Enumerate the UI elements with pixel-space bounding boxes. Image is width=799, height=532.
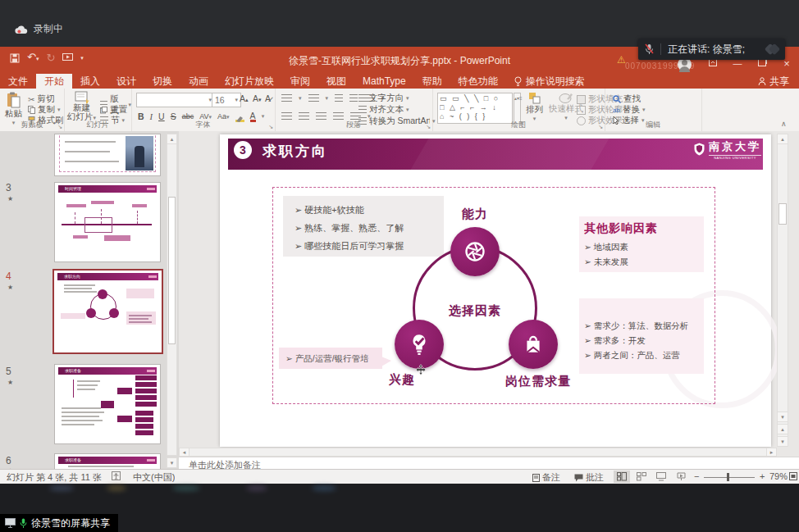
new-slide-button[interactable]: 新建 幻灯片▾ xyxy=(67,91,96,122)
group-drawing: ▭ ▭ ╲ ╲ □ ○ □ △ ⌐ ⌐ → ↓ ⌂ ~ ( ) { } ▴▾≡ … xyxy=(432,89,605,131)
font-size-combo[interactable]: 16▾ xyxy=(212,93,241,107)
tab-slideshow[interactable]: 幻灯片放映 xyxy=(217,74,282,89)
zoom-slider[interactable] xyxy=(704,477,755,478)
slide-counter[interactable]: 幻灯片 第 4 张, 共 11 张 xyxy=(7,471,102,484)
editor-scroll-right-icon[interactable]: ▸ xyxy=(766,448,777,457)
align-text-button[interactable]: 对齐文本▾ xyxy=(358,104,409,116)
callout-textbox[interactable]: ➢ 产品/运营/银行管培 xyxy=(279,348,382,369)
zoom-out-button[interactable]: − xyxy=(694,471,699,481)
slide-5-number: 5 xyxy=(6,366,21,377)
thumbnail-slide-3[interactable]: 时间管理 xyxy=(54,182,161,262)
demand-textbox[interactable]: ➢ 需求少：算法、数据分析 ➢ 需求多：开发 ➢ 两者之间：产品、运营 xyxy=(579,298,704,374)
view-normal-button[interactable] xyxy=(614,471,630,483)
cut-button[interactable]: ✂ 剪切 xyxy=(28,93,54,105)
thumbnail-slide-2[interactable] xyxy=(54,134,161,176)
fit-slide-button[interactable] xyxy=(789,472,797,482)
grow-font-button[interactable]: A▴ xyxy=(240,93,249,103)
panel-scroll-down-icon[interactable]: ▾ xyxy=(167,457,177,468)
text-direction-icon xyxy=(358,94,367,102)
collapse-ribbon-icon[interactable]: ∧ xyxy=(781,120,787,128)
tab-insert[interactable]: 插入 xyxy=(72,74,108,89)
node-interest[interactable] xyxy=(395,320,444,369)
panel-scrollbar-thumb[interactable] xyxy=(168,197,176,344)
clear-format-button[interactable]: A̷ xyxy=(265,93,271,103)
view-reading-button[interactable] xyxy=(653,471,669,483)
font-color-dd-icon[interactable]: ▾ xyxy=(262,113,265,120)
find-button[interactable]: 查找 xyxy=(613,93,641,105)
decrease-indent-icon[interactable] xyxy=(335,94,343,102)
node-ability[interactable] xyxy=(450,227,500,276)
group-slides: 新建 幻灯片▾ 版式▾ 重置 节▾ 幻灯片 xyxy=(64,89,132,131)
copy-button[interactable]: 复制 ▾ xyxy=(28,104,61,116)
university-logo: 南京大学 NANJING UNIVERSITY xyxy=(694,139,761,160)
increase-indent-icon[interactable] xyxy=(349,94,358,102)
arrange-button[interactable]: 排列 ▾ xyxy=(526,92,543,122)
tab-transitions[interactable]: 切换 xyxy=(144,74,180,89)
share-label: 共享 xyxy=(769,75,789,89)
numbering-icon[interactable] xyxy=(308,94,319,102)
thumbnail-slide-6[interactable]: 求职准备 xyxy=(54,453,161,470)
label-ability[interactable]: 能力 xyxy=(450,207,500,222)
other-factors-textbox[interactable]: 其他影响因素 ➢ 地域因素 ➢ 未来发展 xyxy=(579,216,704,272)
zoom-in-button[interactable]: + xyxy=(760,471,765,481)
drawing-dialog-launcher[interactable]: ↘ xyxy=(598,124,603,130)
tab-home[interactable]: 开始 xyxy=(36,74,72,89)
zoom-level[interactable]: 79% xyxy=(769,471,788,481)
language-status[interactable]: 中文(中国) xyxy=(133,471,175,484)
copy-icon xyxy=(28,106,35,114)
arrange-icon xyxy=(528,92,541,104)
tell-me-search[interactable]: 操作说明搜索 xyxy=(506,74,593,89)
replace-button[interactable]: ab 替换▾ xyxy=(613,104,645,116)
accessibility-icon[interactable] xyxy=(112,471,121,482)
editor-scroll-left-icon[interactable]: ◂ xyxy=(179,448,189,457)
editor-hscrollbar[interactable] xyxy=(179,448,777,457)
reset-button[interactable]: 重置 xyxy=(100,104,127,116)
clipboard-dialog-launcher[interactable]: ↘ xyxy=(57,124,62,130)
editor-scroll-up-icon[interactable]: ▴ xyxy=(777,134,788,144)
thumbnail-slide-4-selected[interactable]: 求职方向 xyxy=(53,269,163,354)
shrink-font-button[interactable]: A▾ xyxy=(253,93,262,103)
tab-design[interactable]: 设计 xyxy=(108,74,144,89)
panel-scroll-up-icon[interactable]: ▴ xyxy=(167,134,177,144)
label-selection-factors[interactable]: 选择因素 xyxy=(442,303,508,319)
slide-3-star-icon: ★ xyxy=(7,195,13,202)
slide-title-badge: 3 xyxy=(234,141,252,159)
recording-indicator: 录制中 xyxy=(15,22,63,36)
cloud-record-icon xyxy=(15,25,28,34)
slide-title: 求职方向 xyxy=(263,142,328,161)
bullets-icon[interactable] xyxy=(281,94,292,102)
skills-textbox[interactable]: ➢ 硬技能+软技能 ➢ 熟练、掌握、熟悉、了解 ➢ 哪些技能日后可学习掌握 xyxy=(283,196,444,257)
text-direction-button[interactable]: 文字方向▾ xyxy=(358,93,409,104)
comments-icon xyxy=(574,474,583,482)
next-slide-button[interactable]: ▾ xyxy=(777,436,788,447)
move-cursor-icon xyxy=(415,364,427,379)
font-name-combo[interactable]: ▾ xyxy=(136,93,215,107)
editor-vscrollbar-thumb[interactable] xyxy=(778,203,787,225)
notes-toggle[interactable]: 备注 xyxy=(532,471,560,484)
slide-4-star-icon: ★ xyxy=(7,284,13,291)
share-banner-label: 徐景雪的屏幕共享 xyxy=(31,516,110,530)
label-job-demand[interactable]: 岗位需求量 xyxy=(497,374,579,389)
tab-view[interactable]: 视图 xyxy=(318,74,354,89)
tab-special-features[interactable]: 特色功能 xyxy=(450,74,506,89)
zoom-slider-thumb[interactable] xyxy=(727,473,729,481)
view-slideshow-button[interactable] xyxy=(673,471,689,483)
previous-slide-button[interactable]: ▴ xyxy=(777,424,788,434)
view-sorter-button[interactable] xyxy=(633,471,650,483)
slide-canvas[interactable]: 3 求职方向 南京大学 NANJING UNIVERSITY ➢ 硬技能+软技能… xyxy=(220,134,771,447)
comments-toggle[interactable]: 批注 xyxy=(574,471,604,484)
font-dialog-launcher[interactable]: ↘ xyxy=(268,124,273,130)
tab-file[interactable]: 文件 xyxy=(0,74,36,89)
paragraph-dialog-launcher[interactable]: ↘ xyxy=(426,124,431,130)
tab-animations[interactable]: 动画 xyxy=(180,74,217,89)
thumbnail-slide-5[interactable]: 求职准备 xyxy=(54,364,161,444)
share-button[interactable]: 共享 xyxy=(748,74,799,89)
tab-mathtype[interactable]: MathType xyxy=(354,74,414,89)
tab-help[interactable]: 帮助 xyxy=(414,74,450,89)
notes-pane[interactable]: 单击此处添加备注 xyxy=(179,457,799,469)
editor-scroll-down-icon[interactable]: ▾ xyxy=(777,412,788,422)
node-demand[interactable] xyxy=(509,320,558,369)
editor-vscrollbar[interactable] xyxy=(777,134,788,447)
recording-label: 录制中 xyxy=(34,22,63,36)
tab-review[interactable]: 审阅 xyxy=(282,74,318,89)
